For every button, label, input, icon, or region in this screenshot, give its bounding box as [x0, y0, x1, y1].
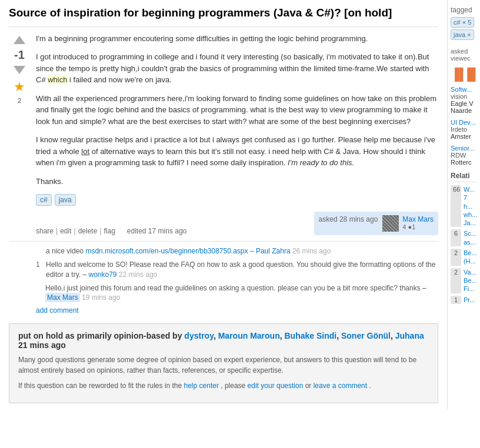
question-title: Source of inspiration for beginning prog…: [9, 6, 438, 27]
sidebar: tagged c# × 5 java × asked viewec ▐▌█ So…: [447, 0, 480, 409]
job-item-1: Softw... vision Eagle V Naarde: [451, 86, 477, 114]
user-name[interactable]: Max Mars: [402, 215, 434, 223]
closer-5[interactable]: Juhana: [395, 331, 424, 340]
favorite-button[interactable]: ★: [11, 78, 28, 96]
tag-list: c# java: [36, 194, 438, 206]
tag-csharp[interactable]: c#: [36, 194, 52, 206]
comment-1: a nice video msdn.microsoft.com/en-us/be…: [36, 246, 438, 256]
sidebar-asked: asked viewec: [451, 48, 477, 62]
related-item-4: 2 Va...Be...Fi...: [451, 268, 477, 293]
question-para-2: I got introduced to programming in colle…: [36, 51, 438, 86]
closer-2[interactable]: Maroun Maroun: [218, 331, 280, 340]
favorite-count: 2: [18, 97, 21, 104]
question-para-1: I'm a beginning programmer encoutering s…: [36, 33, 438, 45]
sidebar-tag-csharp[interactable]: c# × 5: [451, 17, 474, 28]
job-item-3: Senior... RDW Rotterc: [451, 145, 477, 166]
comment-time-2: 22 mins ago: [119, 270, 157, 279]
job-listings: Softw... vision Eagle V Naarde UI Dev...…: [451, 86, 477, 166]
question-actions: share | edit | delete | flag edited 17 m…: [36, 227, 186, 235]
delete-link[interactable]: delete: [78, 227, 98, 235]
question-body: -1 ★ 2 I'm a beginning programmer encout…: [9, 33, 438, 236]
on-hold-body: Many good questions generate some degree…: [18, 355, 429, 391]
related-title: Relati: [451, 172, 477, 182]
question-para-5: Thanks.: [36, 176, 438, 188]
related-link-4[interactable]: Va...Be...Fi...: [464, 268, 477, 293]
job-company-3: RDW: [451, 152, 477, 159]
related-item-2: 6 Sc...as...: [451, 229, 477, 246]
tag-java[interactable]: java: [55, 194, 76, 206]
comment-3: Hello,i just joined this forum and read …: [36, 283, 438, 303]
related-item-1: 66 W...7 h...wh...Ja...: [451, 185, 477, 227]
job-title-1[interactable]: Softw...: [451, 86, 477, 93]
job-title-3[interactable]: Senior...: [451, 145, 477, 152]
related-link-5[interactable]: Pr...: [464, 296, 475, 304]
share-link[interactable]: share: [36, 227, 54, 235]
asked-label: asked 28 mins ago: [319, 215, 378, 223]
related-item-3: 2 Be...(H...: [451, 249, 477, 266]
closer-1[interactable]: dystroy: [184, 331, 214, 340]
flag-link[interactable]: flag: [104, 227, 115, 235]
job-company-2: Irdeto: [451, 126, 477, 133]
on-hold-title: put on hold as primarily opinion-based b…: [18, 331, 429, 350]
edit-question-link[interactable]: edit your question: [248, 382, 304, 390]
related-section: Relati 66 W...7 h...wh...Ja... 6 Sc...as…: [451, 172, 477, 304]
add-comment-button[interactable]: add comment: [36, 306, 438, 315]
vote-count: -1: [14, 48, 25, 62]
related-item-5: 1 Pr...: [451, 296, 477, 304]
question-para-4: I know regular practise helps and i prac…: [36, 134, 438, 169]
highlight-which: which: [48, 75, 67, 84]
vote-up-button[interactable]: [11, 33, 28, 47]
comment-time-1: 26 mins ago: [292, 247, 331, 255]
comment-user-3[interactable]: Max Mars: [45, 293, 80, 302]
vote-column: -1 ★ 2: [9, 33, 30, 236]
related-link-3[interactable]: Be...(H...: [464, 249, 477, 266]
comment-link-1[interactable]: msdn.microsoft.com/en-us/beginner/bb3087…: [85, 247, 248, 255]
sidebar-tag-java[interactable]: java ×: [451, 29, 474, 40]
comment-2: 1 Hello and welcome to SO! Please read t…: [36, 260, 438, 280]
job-item-2: UI Dev... Irdeto Amster: [451, 119, 477, 140]
rep-score: 4: [402, 223, 406, 230]
comment-user-1[interactable]: Paul Zahra: [256, 247, 291, 255]
comments-section: a nice video msdn.microsoft.com/en-us/be…: [9, 241, 438, 315]
related-link-2[interactable]: Sc...as...: [464, 229, 476, 246]
job-title-2[interactable]: UI Dev...: [451, 119, 477, 126]
on-hold-box: put on hold as primarily opinion-based b…: [9, 323, 438, 403]
comment-user-2[interactable]: wonko79: [88, 270, 116, 279]
edited-info: edited 17 mins ago: [127, 227, 186, 235]
upvote-icon: [14, 36, 25, 44]
chart-icon: ▐▌█: [451, 68, 477, 81]
star-icon: ★: [14, 79, 25, 95]
job-company-1: vision: [451, 93, 477, 100]
vote-down-button[interactable]: [11, 63, 28, 77]
question-para-3: With all the experienced programmers her…: [36, 93, 438, 128]
related-link-1[interactable]: W...7 h...wh...Ja...: [464, 185, 477, 227]
user-rep: 4 ●1: [402, 223, 434, 230]
comment-time-3: 19 mins ago: [82, 293, 120, 302]
underline-lot: lot: [81, 147, 89, 156]
asked-box: asked 28 mins ago Max Mars 4 ●1: [314, 212, 438, 235]
closer-4[interactable]: Soner Gönül: [341, 331, 391, 340]
downvote-icon: [14, 66, 25, 74]
italic-ready: I'm ready to do this.: [288, 158, 354, 167]
closer-3[interactable]: Buhake Sindi: [284, 331, 336, 340]
help-center-link[interactable]: help center: [184, 382, 219, 390]
edit-link[interactable]: edit: [60, 227, 71, 235]
user-avatar: [382, 215, 399, 232]
leave-comment-link[interactable]: leave a comment: [314, 382, 367, 390]
tagged-label: tagged: [451, 6, 477, 14]
question-text: I'm a beginning programmer encoutering s…: [36, 33, 438, 236]
